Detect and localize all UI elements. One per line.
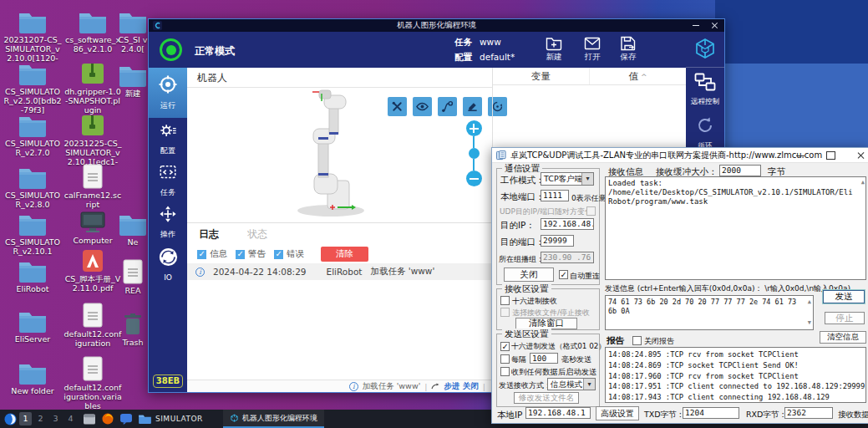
workspace-1[interactable]: 1 — [19, 412, 32, 425]
close-icon[interactable] — [709, 20, 719, 30]
sidebar-item-move[interactable]: 操作 — [149, 201, 187, 243]
rename-send-file-button[interactable]: 修改发送文件名 — [514, 392, 579, 404]
desktop-icon[interactable]: CS_SIMULATOR_v2.5.0[bdb2-79f3] — [3, 60, 62, 115]
desktop-icon[interactable]: EliServer — [3, 308, 62, 344]
desktop-icon[interactable]: 新建 — [117, 62, 149, 98]
hex-recv-checkbox[interactable] — [500, 296, 510, 305]
desktop-icon[interactable]: 20231207-CS_SIMULATOR_v2.10.0[1120-1... — [3, 8, 62, 64]
chat-icon[interactable] — [120, 414, 132, 425]
send-textarea[interactable]: 74 61 73 6b 20 2d 70 20 77 77 77 2e 74 6… — [605, 295, 814, 330]
receive-textarea[interactable]: Loaded task: /home/elite/Desktop/CS_SIMU… — [605, 176, 866, 280]
maximize-icon[interactable] — [825, 150, 836, 161]
desktop-icon[interactable]: cs_software_x86_v2.1.0 — [63, 8, 122, 54]
multicast-input[interactable]: 230.90 .76 . 1 — [541, 252, 594, 263]
step-status[interactable]: 步进 关闭 — [444, 381, 478, 392]
value-column-header[interactable]: 值^ — [589, 68, 686, 84]
folder-icon[interactable] — [139, 414, 151, 424]
report-line: 14:08:24.869 :TCP socket TCPClient Send … — [608, 360, 857, 371]
dest-ip-input[interactable]: 192.168.48.129 — [541, 218, 594, 230]
log-filter-1[interactable]: 信息 — [197, 248, 227, 260]
desktop-icon[interactable]: 20231225-CS_SIMULATOR_v2.10.1[edc1-4... — [63, 112, 122, 167]
zoom-out-button[interactable] — [466, 171, 482, 186]
open-task-button[interactable]: 打开 — [576, 36, 608, 63]
variable-column-header[interactable]: 变量 — [493, 68, 589, 84]
desktop-icon[interactable]: REA — [117, 259, 149, 295]
save-task-button[interactable]: 保存 — [612, 36, 644, 63]
close-icon[interactable] — [855, 150, 866, 161]
send-button[interactable]: 发送 — [823, 290, 865, 303]
desktop-icon[interactable]: Ne — [117, 211, 149, 247]
sidebar-item-code[interactable]: 任务 — [149, 160, 187, 201]
recv-buffer-input[interactable]: 2000 — [719, 165, 761, 176]
desktop-icon[interactable]: CS_SIMULATOR_v2.8.0 — [3, 164, 62, 209]
minimize-icon[interactable] — [691, 20, 701, 30]
udp-follow-checkbox[interactable] — [586, 206, 596, 216]
log-filter-3[interactable]: 错误 — [274, 248, 304, 260]
interval-send-checkbox[interactable] — [500, 354, 510, 364]
send-mode-select[interactable]: 信息模式 — [547, 378, 596, 390]
desktop-icon[interactable]: Trash — [117, 311, 149, 347]
sidebar-item-io[interactable]: IO — [149, 243, 187, 285]
close-report-checkbox[interactable] — [632, 336, 642, 345]
desktop-icon[interactable]: dh.gripper-1.0-SNAPSHOT.plugin — [63, 60, 122, 115]
local-ip-input[interactable]: 192.168.48.1 — [525, 407, 591, 419]
desktop-icon[interactable]: default12.configuration — [63, 303, 122, 348]
stop-button[interactable]: 停止 — [825, 312, 865, 324]
workspace-4[interactable]: 4 — [64, 412, 77, 425]
workspace-3[interactable]: 3 — [49, 412, 62, 425]
checkbox-checked-icon[interactable] — [236, 250, 245, 259]
desktop-icon[interactable]: CS_脚本手册_V2.11.0.pdf — [63, 247, 122, 293]
desktop-icon[interactable]: CS_SIMULATOR_v2.10.1 — [3, 211, 62, 256]
checkbox-checked-icon[interactable] — [274, 250, 283, 259]
work-mode-select[interactable]: TCP客户端 — [541, 172, 594, 186]
sidebar-item-run[interactable]: 运行 — [149, 68, 187, 118]
trajectory-icon[interactable] — [438, 97, 457, 116]
sidebar-item-remote[interactable]: 远程控制 — [686, 68, 724, 111]
save-button-label: 保存 — [621, 52, 637, 63]
clear-log-button[interactable]: 清除 — [321, 247, 368, 262]
checkbox-checked-icon[interactable] — [197, 250, 206, 259]
tab-log[interactable]: 日志 — [199, 227, 219, 242]
desktop-icon[interactable]: default12.configuration.variables — [63, 356, 122, 410]
zoom-handle[interactable] — [469, 148, 480, 159]
menu-icon[interactable] — [4, 413, 17, 425]
workspace-2[interactable]: 2 — [34, 412, 47, 425]
taskbar-folder-label[interactable]: SIMULATOR — [155, 415, 203, 423]
tab-status[interactable]: 状态 — [247, 227, 267, 242]
disconnect-button[interactable]: 关闭 — [504, 268, 554, 282]
file-manager-icon[interactable] — [84, 414, 95, 425]
dest-port-input[interactable]: 29999 — [541, 235, 574, 247]
firefox-icon[interactable] — [102, 413, 114, 425]
paint-icon[interactable] — [463, 97, 482, 116]
taskbar-window-button[interactable]: 机器人图形化编程环境 — [223, 410, 324, 428]
auto-reconnect-checkbox[interactable] — [559, 270, 568, 279]
folder-icon — [18, 308, 48, 333]
loop-icon — [695, 115, 715, 139]
desktop-icon[interactable]: New folder — [3, 359, 62, 395]
desktop-icon[interactable]: calFrame12.script — [63, 164, 122, 209]
zoom-in-button[interactable] — [466, 120, 482, 136]
send-on-recv-checkbox[interactable] — [500, 367, 510, 376]
robot-3d-viewport[interactable] — [187, 89, 492, 222]
select-recv-file-checkbox[interactable] — [500, 308, 510, 317]
desktop-icon[interactable]: CS_SIMULATOR_v2.7.0 — [3, 112, 62, 157]
tools-icon[interactable] — [388, 97, 407, 116]
minimize-icon[interactable] — [794, 150, 806, 161]
rxd-input[interactable]: 2362 — [784, 407, 833, 419]
desktop-icon[interactable]: Computer — [63, 209, 122, 245]
new-task-button[interactable]: 新建 — [538, 36, 570, 63]
sidebar-item-gear[interactable]: 配置 — [149, 118, 187, 160]
local-port-input[interactable]: 1111 — [541, 190, 569, 201]
report-log[interactable]: 14:08:24.895 :TCP rcv from socket TCPCli… — [605, 347, 866, 403]
hex-send-checkbox[interactable] — [500, 342, 510, 351]
log-filter-2[interactable]: 警告 — [236, 248, 266, 260]
eye-icon[interactable] — [413, 97, 432, 116]
clear-window-button[interactable]: 清除窗口 — [515, 318, 577, 329]
desktop-icon[interactable]: EliRobot — [3, 257, 62, 293]
desktop-icon[interactable]: CS_SI v2.4.0[ — [117, 8, 149, 54]
mode-indicator-icon[interactable] — [160, 38, 182, 61]
clear-info-button[interactable]: 清空信息 — [820, 331, 866, 344]
interval-input[interactable]: 100 — [530, 353, 558, 364]
advanced-settings-button[interactable]: 高级设置 — [596, 406, 639, 420]
txd-input[interactable]: 1204 — [683, 407, 739, 419]
